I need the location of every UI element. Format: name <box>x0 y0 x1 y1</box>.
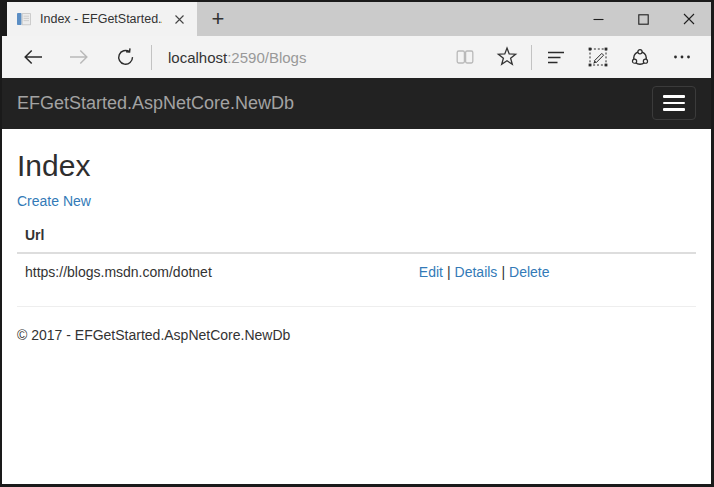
tab-strip: Index - EFGetStarted.As + <box>2 2 711 36</box>
more-options-icon[interactable] <box>661 36 703 78</box>
footer-text: © 2017 - EFGetStarted.AspNetCore.NewDb <box>17 327 696 343</box>
footer-divider <box>17 306 696 307</box>
column-header-url: Url <box>17 218 411 253</box>
favicon-icon <box>16 11 32 27</box>
browser-toolbar: localhost:2590/Blogs <box>2 36 711 78</box>
hub-icon[interactable] <box>535 36 577 78</box>
forward-button[interactable] <box>56 36 102 78</box>
page-content: Index Create New Url https://blogs.msdn.… <box>2 129 711 484</box>
address-path: :2590/Blogs <box>227 49 306 66</box>
site-navbar: EFGetStarted.AspNetCore.NewDb <box>2 78 711 129</box>
titlebar-drag-area <box>239 2 576 36</box>
back-button[interactable] <box>10 36 56 78</box>
table-row: https://blogs.msdn.com/dotnet Edit|Detai… <box>17 253 696 288</box>
tab-close-icon[interactable] <box>170 10 188 28</box>
hamburger-bar <box>663 102 685 105</box>
details-link[interactable]: Details <box>455 264 498 280</box>
hamburger-bar <box>663 108 685 111</box>
action-separator: | <box>497 264 509 280</box>
toolbar-divider <box>151 45 152 70</box>
blog-url-cell: https://blogs.msdn.com/dotnet <box>17 253 411 288</box>
refresh-button[interactable] <box>102 36 148 78</box>
maximize-button[interactable] <box>621 2 666 36</box>
reading-view-icon[interactable] <box>444 36 486 78</box>
toolbar-divider <box>531 45 532 70</box>
edit-link[interactable]: Edit <box>419 264 443 280</box>
address-host: localhost <box>168 49 227 66</box>
new-tab-button[interactable]: + <box>197 2 239 36</box>
address-bar[interactable]: localhost:2590/Blogs <box>168 49 306 66</box>
navbar-brand-link[interactable]: EFGetStarted.AspNetCore.NewDb <box>17 93 294 114</box>
row-actions-cell: Edit|Details|Delete <box>411 253 696 288</box>
blogs-table: Url https://blogs.msdn.com/dotnet Edit|D… <box>17 218 696 288</box>
page-title: Index <box>17 149 696 183</box>
action-separator: | <box>443 264 455 280</box>
web-note-icon[interactable] <box>577 36 619 78</box>
browser-tab[interactable]: Index - EFGetStarted.As <box>7 2 197 36</box>
close-window-button[interactable] <box>666 2 711 36</box>
navbar-hamburger-button[interactable] <box>652 86 696 120</box>
browser-window: Index - EFGetStarted.As + <box>0 0 714 487</box>
minimize-button[interactable] <box>576 2 621 36</box>
delete-link[interactable]: Delete <box>509 264 549 280</box>
page-footer: © 2017 - EFGetStarted.AspNetCore.NewDb <box>17 327 696 343</box>
favorites-star-icon[interactable] <box>486 36 528 78</box>
tab-title: Index - EFGetStarted.As <box>40 12 162 26</box>
hamburger-bar <box>663 95 685 98</box>
table-header-row: Url <box>17 218 696 253</box>
column-header-actions <box>411 218 696 253</box>
share-icon[interactable] <box>619 36 661 78</box>
create-new-link[interactable]: Create New <box>17 193 91 209</box>
